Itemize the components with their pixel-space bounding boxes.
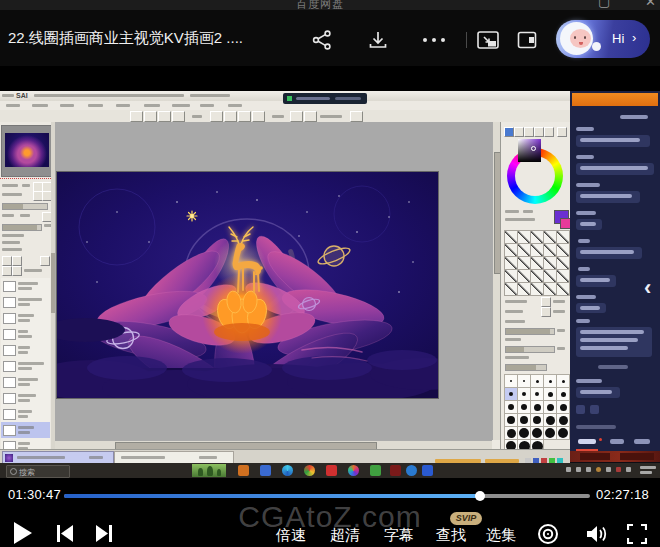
progress-fill [64,494,480,498]
topbar-divider [466,32,467,48]
canvas-artwork-deer-lotus [57,172,438,398]
search-icon [10,468,17,475]
share-icon[interactable] [311,29,333,51]
player-control-bar: 01:30:47 02:27:18 CGAtoZ.com 倍速 超清 字幕 查找… [0,482,660,547]
next-episode-icon[interactable] [95,525,113,546]
video-title: 22.线圈插画商业主视觉KV插画2 .... [8,29,243,48]
navigator-artwork-thumbnail [5,133,49,167]
video-frame[interactable]: SAI [0,66,660,482]
avatar [560,22,593,55]
app-topbar: 22.线圈插画商业主视觉KV插画2 .... [0,10,660,66]
fullscreen-icon[interactable] [627,524,647,547]
avatar-greeting: Hi [612,31,624,46]
maximize-button[interactable]: ▢ [598,0,610,9]
sai-right-panel [500,122,571,449]
navigator-zoom-slider [2,203,48,210]
taskbar-chrome-icon [304,465,315,476]
quality-button[interactable]: 超清 [330,526,360,545]
volume-icon[interactable] [584,523,608,547]
taskbar-app-icon [326,465,337,476]
navigator-preview [1,125,55,177]
recorded-taskbar: 搜索 [0,463,660,478]
sidebar-collapse-icon: ‹ [644,275,651,301]
account-pill[interactable]: Hi › [556,20,650,58]
sidebar-tab-active [578,439,596,444]
taskbar-weather-widget [192,464,226,477]
taskbar-app-icon [238,465,249,476]
progress-bar[interactable] [64,494,590,498]
screen: 百度网盘 ▢ ✕ 22.线圈插画商业主视觉KV插画2 .... [0,0,660,547]
taskbar-clock [640,466,656,476]
selected-brush-size [504,387,518,401]
taskbar-edge-icon [282,465,293,476]
close-button[interactable]: ✕ [645,0,656,9]
svip-badge: SVIP [450,512,482,525]
play-icon[interactable] [13,522,33,547]
previous-episode-icon[interactable] [56,525,74,546]
episodes-button[interactable]: 选集 [486,526,516,545]
chevron-right-icon: › [632,30,636,45]
taskbar-search: 搜索 [6,465,70,478]
window-title: 百度网盘 [296,0,344,10]
saturation-value-square [518,139,541,162]
window-titlebar: 百度网盘 ▢ ✕ [0,0,660,10]
taskbar-photos-icon [348,465,359,476]
recorded-desktop: SAI [0,91,660,478]
taskbar-app-icon [390,465,401,476]
find-button[interactable]: 查找 [436,526,466,545]
selected-layer-row [1,422,50,439]
danmaku-settings-icon[interactable] [537,523,559,547]
taskbar-app-icon [422,465,433,476]
download-icon[interactable] [367,29,389,51]
playback-speed-button[interactable]: 倍速 [276,526,306,545]
more-icon[interactable] [421,37,447,43]
recording-indicator-overlay [283,93,367,104]
taskbar-app-icon [406,465,417,476]
taskbar-app-icon [260,465,271,476]
subtitles-button[interactable]: 字幕 [384,526,414,545]
taskbar-app-icon [370,465,381,476]
picture-in-picture-icon[interactable] [476,29,500,51]
sidebar-orange-header [572,93,658,106]
recorded-sidebar-panel: ‹ [570,91,660,462]
mini-player-icon[interactable] [516,29,538,51]
sai-left-panel [0,122,56,449]
sai-title-text: SAI [16,92,28,99]
sidebar-bottom-band [570,451,660,462]
